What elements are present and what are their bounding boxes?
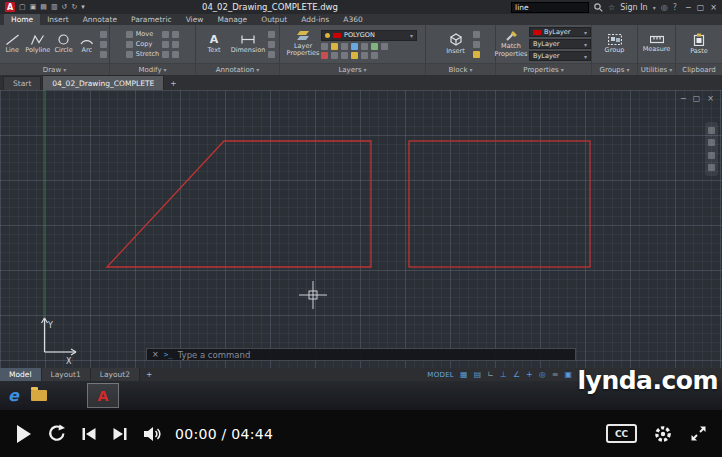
modify-tools-col1[interactable] — [162, 31, 169, 58]
panel-label-utilities[interactable]: Utilities ▾ — [638, 63, 675, 75]
grid-display-icon[interactable]: ▦ — [460, 371, 468, 379]
sign-in-chevron-icon[interactable]: ▾ — [653, 4, 656, 11]
layer-tools-row1[interactable] — [321, 43, 417, 50]
file-tab-start[interactable]: Start — [3, 76, 41, 90]
layer-tools-row2[interactable] — [321, 52, 417, 59]
hatch-icon[interactable] — [100, 31, 107, 38]
layer-select-dropdown[interactable]: POLYGON ▾ — [321, 30, 417, 41]
drawing-canvas[interactable]: Y X ─ ▢ × × >_ Type a command — [0, 90, 722, 368]
skip-previous-button[interactable] — [81, 427, 97, 441]
sign-in-label[interactable]: Sign In — [620, 3, 647, 12]
tab-annotate[interactable]: Annotate — [76, 14, 124, 25]
rectangle-shape[interactable] — [409, 141, 590, 267]
layer-prev-icon[interactable] — [341, 52, 348, 59]
tab-parametric[interactable]: Parametric — [124, 14, 179, 25]
command-line[interactable]: × >_ Type a command — [146, 348, 576, 361]
restore-button[interactable]: ▢ — [697, 3, 705, 12]
text-button[interactable]: A Text — [200, 34, 228, 54]
panel-label-layers[interactable]: Layers ▾ — [280, 63, 425, 75]
replay-button[interactable] — [47, 424, 66, 443]
tab-insert[interactable]: Insert — [40, 14, 76, 25]
autocad-taskbar-button[interactable]: A — [87, 383, 119, 408]
line-button[interactable]: Line — [2, 34, 22, 54]
rotate-icon[interactable] — [162, 31, 169, 38]
copy-button[interactable]: Copy — [126, 40, 159, 48]
layer-lock-icon[interactable] — [351, 43, 358, 50]
arc-button[interactable]: Arc — [77, 34, 97, 54]
file-tab-drawing[interactable]: 04_02_Drawing_COMPLETE — [42, 75, 164, 90]
tab-manage[interactable]: Manage — [210, 14, 254, 25]
orbit-icon[interactable] — [708, 164, 715, 171]
ortho-mode-icon[interactable]: ⊥ — [500, 371, 507, 379]
closed-captions-button[interactable]: CC — [606, 424, 637, 443]
panel-label-properties[interactable]: Properties ▾ — [496, 63, 591, 75]
polar-tracking-icon[interactable]: ∠ — [513, 371, 520, 379]
minimize-button[interactable]: ─ — [686, 3, 691, 12]
close-button[interactable]: × — [710, 3, 717, 12]
open-file-icon[interactable]: ▣ — [30, 3, 37, 11]
infer-constraints-icon[interactable]: ∟ — [487, 371, 494, 379]
redo-icon[interactable]: ↻ — [71, 3, 77, 11]
new-drawing-tab-button[interactable]: + — [165, 77, 181, 90]
gradient-icon[interactable] — [100, 41, 107, 48]
layer-unlock-icon[interactable] — [351, 52, 358, 59]
layer-merge-icon[interactable] — [331, 52, 338, 59]
snap-mode-icon[interactable]: ▤ — [474, 371, 482, 379]
trim-icon[interactable] — [172, 31, 179, 38]
group-button[interactable]: Group — [601, 34, 629, 54]
layer-walk-icon[interactable] — [371, 43, 378, 50]
scale-icon[interactable] — [162, 51, 169, 58]
block-attributes-icon[interactable] — [473, 51, 480, 58]
create-block-icon[interactable] — [473, 31, 480, 38]
trapezoid-shape[interactable] — [107, 141, 371, 267]
layer-thaw-icon[interactable] — [361, 52, 368, 59]
linetype-dropdown[interactable]: ByLayer ▾ — [529, 51, 591, 61]
layer-properties-button[interactable]: Layer Properties — [288, 31, 318, 57]
circle-button[interactable]: Circle — [53, 34, 73, 54]
annotation-extra-tools[interactable] — [268, 31, 275, 58]
lineweight-display-icon[interactable]: ≡ — [552, 371, 559, 379]
new-layout-button[interactable]: + — [140, 368, 158, 381]
tab-a360[interactable]: A360 — [336, 14, 369, 25]
viewport-minimize-button[interactable]: ─ — [681, 94, 686, 103]
new-file-icon[interactable]: ▢ — [19, 3, 26, 11]
mirror-icon[interactable] — [162, 41, 169, 48]
pan-icon[interactable] — [708, 139, 715, 146]
table-icon[interactable] — [268, 41, 275, 48]
polyline-button[interactable]: Polyline — [25, 34, 50, 54]
snap-tracking-icon[interactable]: ◎ — [539, 371, 546, 379]
dimension-button[interactable]: Dimension — [231, 34, 265, 54]
modify-tools-col2[interactable] — [172, 31, 179, 58]
zoom-extents-icon[interactable] — [708, 152, 715, 159]
panel-label-clipboard[interactable]: Clipboard — [676, 63, 722, 75]
object-snap-icon[interactable]: + — [526, 371, 533, 379]
save-icon[interactable]: ▤ — [40, 3, 47, 11]
layout-tab-layout1[interactable]: Layout1 — [42, 368, 91, 381]
layer-off-icon[interactable] — [321, 43, 328, 50]
panel-label-block[interactable]: Block ▾ — [426, 63, 495, 75]
file-explorer-icon[interactable] — [31, 390, 47, 401]
undo-icon[interactable]: ↺ — [62, 3, 68, 11]
autocad-app-icon[interactable]: A — [5, 2, 15, 12]
layer-match-icon[interactable] — [361, 43, 368, 50]
panel-label-groups[interactable]: Groups ▾ — [592, 63, 637, 75]
skip-next-button[interactable] — [112, 427, 128, 441]
leader-icon[interactable] — [268, 31, 275, 38]
viewport-restore-button[interactable]: ▢ — [693, 94, 701, 103]
layer-freeze-icon[interactable] — [341, 43, 348, 50]
paste-button[interactable]: Paste — [685, 33, 713, 55]
fullscreen-button[interactable] — [689, 424, 708, 443]
plot-icon[interactable]: ▥ — [51, 3, 58, 11]
block-extra-tools[interactable] — [473, 31, 480, 58]
navigation-bar[interactable] — [705, 122, 718, 176]
tab-output[interactable]: Output — [254, 14, 294, 25]
model-space-toggle[interactable]: MODEL — [427, 371, 454, 379]
draw-extra-tools[interactable] — [100, 31, 107, 58]
lineweight-dropdown[interactable]: ByLayer ▾ — [529, 39, 591, 49]
settings-button[interactable] — [653, 424, 673, 444]
full-navigation-wheel-icon[interactable] — [708, 127, 715, 134]
internet-explorer-icon[interactable]: e — [8, 388, 19, 404]
command-close-icon[interactable]: × — [152, 350, 159, 359]
panel-label-annotation[interactable]: Annotation ▾ — [196, 63, 279, 75]
panel-label-modify[interactable]: Modify ▾ — [110, 63, 195, 75]
